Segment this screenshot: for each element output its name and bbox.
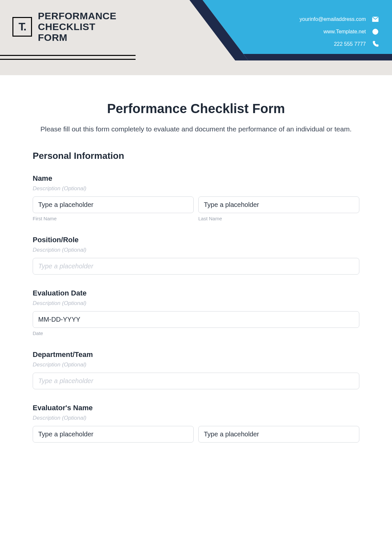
contact-email-row: yourinfo@emailaddress.com — [300, 16, 379, 23]
last-name-input[interactable] — [198, 196, 359, 213]
logo-block: T. PERFORMANCE CHECKLIST FORM — [12, 10, 117, 43]
phone-icon — [372, 41, 379, 48]
banner-title: PERFORMANCE CHECKLIST FORM — [38, 10, 117, 43]
field-department: Department/Team Description (Optional) — [33, 350, 359, 389]
last-name-sublabel: Last Name — [198, 216, 359, 221]
section-personal-info: Personal Information — [33, 151, 359, 161]
department-label: Department/Team — [33, 350, 359, 359]
evaluator-label: Evaluator's Name — [33, 404, 359, 412]
position-desc: Description (Optional) — [33, 247, 359, 253]
eval-date-sublabel: Date — [33, 330, 359, 336]
eval-date-input[interactable] — [33, 311, 359, 328]
banner-navy-bottom — [157, 54, 392, 60]
name-label: Name — [33, 174, 359, 183]
field-evaluation-date: Evaluation Date Description (Optional) D… — [33, 289, 359, 336]
eval-date-desc: Description (Optional) — [33, 300, 359, 307]
field-position: Position/Role Description (Optional) — [33, 236, 359, 275]
position-label: Position/Role — [33, 236, 359, 244]
banner-title-line2: CHECKLIST — [38, 21, 117, 32]
mail-icon — [372, 16, 379, 23]
banner-title-line3: FORM — [38, 32, 117, 43]
contact-website: www.Template.net — [323, 29, 366, 35]
contact-website-row: www.Template.net — [300, 28, 379, 35]
department-desc: Description (Optional) — [33, 362, 359, 368]
first-name-sublabel: First Name — [33, 216, 194, 221]
contact-email: yourinfo@emailaddress.com — [300, 16, 366, 22]
field-evaluator: Evaluator's Name Description (Optional) — [33, 404, 359, 443]
eval-date-label: Evaluation Date — [33, 289, 359, 297]
form-title: Performance Checklist Form — [33, 101, 359, 116]
logo-icon: T. — [12, 17, 32, 37]
first-name-input[interactable] — [33, 196, 194, 213]
form-intro: Please fill out this form completely to … — [33, 124, 359, 134]
globe-icon — [372, 28, 379, 35]
contact-info: yourinfo@emailaddress.com www.Template.n… — [300, 16, 379, 53]
banner-header: T. PERFORMANCE CHECKLIST FORM yourinfo@e… — [0, 0, 392, 75]
divider-line-1 — [0, 55, 136, 56]
contact-phone: 222 555 7777 — [334, 41, 366, 47]
contact-phone-row: 222 555 7777 — [300, 41, 379, 48]
divider-line-2 — [0, 59, 136, 60]
position-input[interactable] — [33, 258, 359, 275]
form-container: Performance Checklist Form Please fill o… — [0, 75, 392, 470]
department-input[interactable] — [33, 373, 359, 389]
field-name: Name Description (Optional) First Name L… — [33, 174, 359, 221]
evaluator-last-input[interactable] — [198, 426, 359, 443]
evaluator-first-input[interactable] — [33, 426, 194, 443]
evaluator-desc: Description (Optional) — [33, 415, 359, 421]
banner-title-line1: PERFORMANCE — [38, 10, 117, 21]
name-desc: Description (Optional) — [33, 185, 359, 192]
